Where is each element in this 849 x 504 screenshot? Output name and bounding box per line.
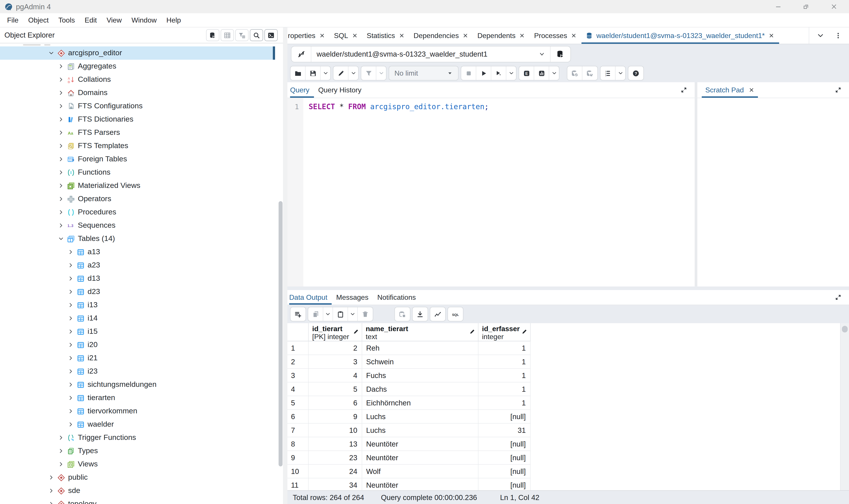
tree-item-sde[interactable]: sde — [0, 484, 275, 497]
download-button[interactable] — [413, 307, 428, 321]
tree-item-a13[interactable]: a13 — [0, 245, 275, 259]
tab-query-history[interactable]: Query History — [314, 82, 366, 98]
grid-cell[interactable]: Reh — [362, 341, 478, 355]
commit-button[interactable] — [567, 66, 582, 80]
tab-statistics[interactable]: Statistics — [362, 28, 409, 44]
row-number[interactable]: 5 — [287, 396, 309, 410]
close-tab-icon[interactable] — [519, 33, 525, 39]
filter-button[interactable] — [361, 66, 376, 80]
paste-button[interactable] — [333, 307, 348, 321]
grid-cell[interactable]: [null] — [478, 451, 530, 465]
tree-item-procedures[interactable]: Procedures — [0, 205, 275, 219]
menu-item-object[interactable]: Object — [23, 16, 54, 24]
execute-button[interactable] — [476, 66, 491, 80]
grid-cell[interactable]: 6 — [309, 396, 362, 410]
rollback-button[interactable] — [582, 66, 597, 80]
column-header-id-erfasser[interactable]: id_erfasserinteger — [478, 323, 530, 341]
tree-item-i15[interactable]: i15 — [0, 325, 275, 338]
tree-item-topology[interactable]: topology — [0, 497, 275, 504]
row-number[interactable]: 9 — [287, 451, 309, 465]
row-number[interactable]: 10 — [287, 465, 309, 478]
macros-button[interactable]: 123 — [600, 66, 615, 80]
row-number[interactable]: 8 — [287, 437, 309, 451]
explain-button[interactable]: E — [519, 66, 534, 80]
close-tab-icon[interactable] — [462, 33, 469, 39]
row-number[interactable]: 6 — [287, 410, 309, 424]
minimize-button[interactable] — [774, 3, 782, 11]
add-row-button[interactable] — [290, 307, 306, 321]
tabs-menu-button[interactable] — [834, 32, 842, 40]
help-button[interactable]: ? — [628, 66, 644, 80]
execute-dropdown-button[interactable] — [506, 66, 516, 80]
grid-cell[interactable]: Eichhörnchen — [362, 396, 478, 410]
close-tab-icon[interactable] — [571, 33, 577, 39]
tree-item-domains[interactable]: Domains — [0, 86, 275, 100]
search-objects-button[interactable] — [250, 29, 263, 41]
grid-cell[interactable]: 3 — [309, 355, 362, 369]
tree-item-waelder[interactable]: waelder — [0, 418, 275, 431]
connection-dropdown[interactable]: waelder/student1@svma-s-01323_waelder_st… — [311, 47, 550, 62]
tabs-dropdown-button[interactable] — [816, 32, 824, 40]
filter-dropdown-button[interactable] — [376, 66, 386, 80]
close-tab-icon[interactable] — [352, 33, 358, 39]
grid-cell[interactable]: Neuntöter — [362, 478, 478, 490]
graph-visualiser-button[interactable] — [430, 307, 445, 321]
grid-cell[interactable]: 5 — [309, 382, 362, 396]
save-dropdown-button[interactable] — [321, 66, 330, 80]
grid-cell[interactable]: 1 — [478, 382, 530, 396]
edit-menu-button[interactable] — [333, 66, 348, 80]
grid-cell[interactable]: 9 — [309, 410, 362, 424]
close-button[interactable] — [830, 3, 837, 11]
menu-item-window[interactable]: Window — [127, 16, 162, 24]
grid-cell[interactable]: 2 — [309, 341, 362, 355]
tab-notifications[interactable]: Notifications — [373, 290, 420, 305]
tab-query-tool-active[interactable]: waelder/student1@svma-s-01323_waelder_st… — [581, 28, 779, 44]
tree-item-i13[interactable]: i13 — [0, 299, 275, 312]
tree-item-fts-parsers[interactable]: AaFTS Parsers — [0, 126, 275, 139]
tab-data-output[interactable]: Data Output — [289, 290, 332, 305]
grid-cell[interactable]: 1 — [478, 341, 530, 355]
edit-dropdown-button[interactable] — [348, 66, 358, 80]
column-header-id-tierart[interactable]: id_tierart[PK] integer — [309, 323, 362, 341]
grid-cell[interactable]: Dachs — [362, 382, 478, 396]
tree-item-i20[interactable]: i20 — [0, 338, 275, 352]
tree-item-i14[interactable]: i14 — [0, 312, 275, 325]
tab-dependencies[interactable]: Dependencies — [409, 28, 473, 44]
menu-item-file[interactable]: File — [2, 16, 23, 24]
tree-item-views[interactable]: Views — [0, 457, 275, 471]
save-data-button[interactable] — [395, 307, 410, 321]
grid-cell[interactable]: 4 — [309, 369, 362, 382]
show-sql-button[interactable]: SQL — [448, 307, 463, 321]
menu-item-help[interactable]: Help — [162, 16, 186, 24]
close-tab-icon[interactable] — [399, 33, 405, 39]
tree-item-tiervorkommen[interactable]: tiervorkommen — [0, 404, 275, 418]
row-number[interactable]: 7 — [287, 424, 309, 437]
copy-dropdown-button[interactable] — [323, 307, 333, 321]
psql-tool-button[interactable] — [265, 29, 278, 41]
view-data-button[interactable] — [221, 29, 234, 41]
connection-status-button[interactable] — [291, 47, 311, 62]
row-number[interactable]: 2 — [287, 355, 309, 369]
tree-item-trigger-functions[interactable]: Trigger Functions — [0, 431, 275, 444]
open-file-button[interactable] — [290, 66, 306, 80]
grid-cell[interactable]: Luchs — [362, 410, 478, 424]
tree-item-d23[interactable]: d23 — [0, 285, 275, 299]
row-number[interactable]: 11 — [287, 478, 309, 490]
delete-row-button[interactable] — [358, 307, 373, 321]
output-splitter[interactable] — [287, 287, 849, 290]
paste-dropdown-button[interactable] — [348, 307, 358, 321]
column-header-name-tierart[interactable]: name_tierarttext — [362, 323, 478, 341]
tree-item-sequences[interactable]: 1..3Sequences — [0, 219, 275, 232]
row-number[interactable]: 4 — [287, 382, 309, 396]
grid-cell[interactable]: Schwein — [362, 355, 478, 369]
tree-item-public[interactable]: public — [0, 471, 275, 484]
grid-cell[interactable]: 1 — [478, 396, 530, 410]
grid-cell[interactable]: [null] — [478, 437, 530, 451]
tab-sql[interactable]: SQL — [330, 28, 362, 44]
tree-item-tierarten[interactable]: tierarten — [0, 391, 275, 404]
grid-cell[interactable]: 34 — [309, 478, 362, 490]
tree-item-collations[interactable]: ABCollations — [0, 73, 275, 86]
tab-scratch-pad[interactable]: Scratch Pad — [702, 82, 758, 98]
grid-cell[interactable]: 1 — [478, 369, 530, 382]
connect-database-button[interactable] — [206, 29, 219, 41]
